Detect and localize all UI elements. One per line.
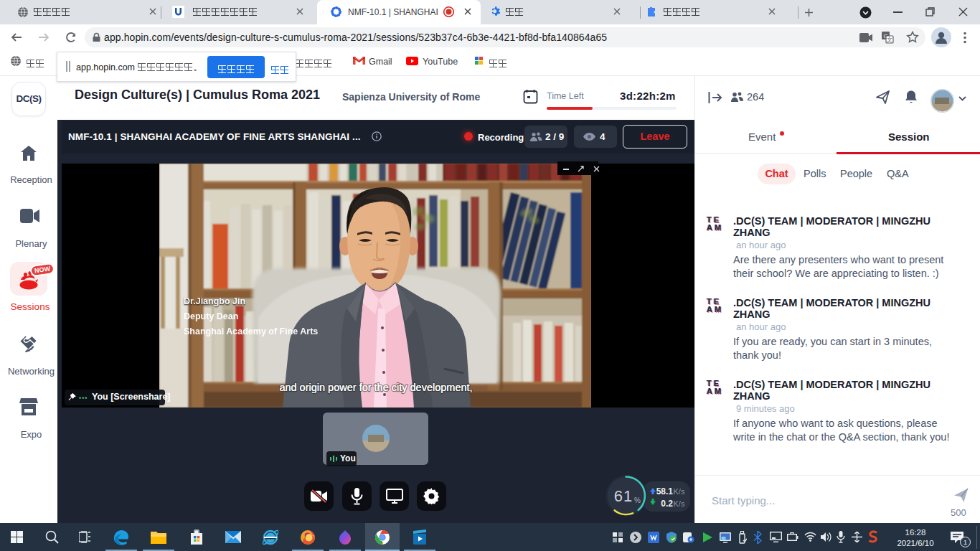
svg-text:K/s: K/s	[674, 499, 685, 508]
svg-text:1: 1	[963, 539, 967, 546]
svg-text:K/s: K/s	[674, 487, 685, 496]
svg-text:58.1: 58.1	[656, 486, 674, 496]
svg-text:Dr.Jiangbo Jin: Dr.Jiangbo Jin	[184, 296, 245, 306]
svg-text:%: %	[634, 496, 641, 504]
svg-text:61: 61	[614, 487, 633, 505]
svg-text:Shanghai Academy of Fine Arts: Shanghai Academy of Fine Arts	[184, 326, 318, 336]
svg-text:0.2: 0.2	[661, 499, 673, 509]
svg-text:文: 文	[887, 37, 892, 43]
svg-text:Deputy Dean: Deputy Dean	[184, 311, 238, 321]
svg-text:and origin power for the: and origin power for the city developmen…	[279, 382, 472, 393]
